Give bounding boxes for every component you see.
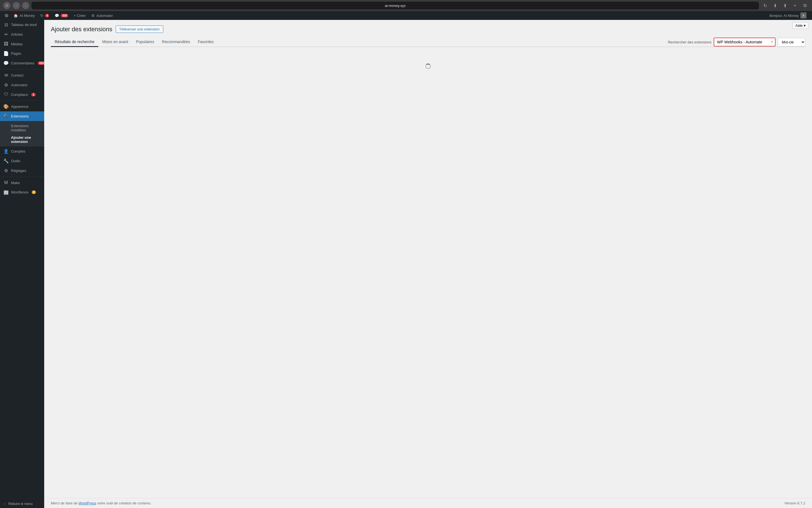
outils-icon: 🔧 — [3, 158, 9, 164]
wp-page: Aide ▾ Ajouter des extensions Téléverser… — [44, 20, 812, 508]
commentaires-icon: 💬 — [3, 60, 9, 66]
wp-footer: Merci de faire de WordPress votre outil … — [44, 498, 812, 508]
tab-results[interactable]: Résultats de recherche — [51, 37, 98, 47]
tab-recommended[interactable]: Recommandées — [158, 37, 194, 47]
sidebar-item-wordfence[interactable]: 🏢 Wordfence 2 — [0, 187, 44, 197]
pages-icon: 📄 — [3, 51, 9, 56]
wp-content-area: Ajouter des extensions Téléverser une ex… — [44, 20, 812, 498]
dashboard-icon: ⊟ — [3, 22, 9, 27]
footer-text: Merci de faire de WordPress votre outil … — [51, 501, 151, 505]
share-btn[interactable]: ⬆ — [781, 2, 789, 9]
sidebar-item-outils[interactable]: 🔧 Outils — [0, 156, 44, 166]
reglages-icon: ⚙ — [3, 168, 9, 173]
sidebar-collapse-btn[interactable]: ← Réduire le menu — [0, 500, 44, 508]
sidebar-item-commentaires[interactable]: 💬 Commentaires 434 — [0, 58, 44, 68]
extensions-submenu: Extensions installées Ajouter une extens… — [0, 121, 44, 146]
complianz-icon: 🛡 — [3, 92, 9, 97]
adminbar-updates[interactable]: ↻ 4 — [38, 11, 52, 20]
browser-chrome: ⊞ ‹ › ↻ ⬇ ⬆ + ⧉ — [0, 0, 812, 11]
sidebar-submenu-installed[interactable]: Extensions installées — [0, 122, 44, 134]
help-chevron-icon: ▾ — [804, 24, 806, 28]
sidebar-menu: ⊟ Tableau de bord ✏ Articles 🖼 Médias 📄 … — [0, 20, 44, 197]
download-btn[interactable]: ⬇ — [771, 2, 779, 9]
house-icon: 🏠 — [13, 13, 18, 18]
complianz-badge: 2 — [31, 93, 36, 96]
search-area: Rechercher des extensions × Mot-clé Aute… — [668, 38, 805, 46]
search-clear-btn[interactable]: × — [771, 40, 773, 44]
make-icon: M — [3, 180, 9, 185]
tabs-btn[interactable]: ⧉ — [801, 2, 809, 9]
sidebar-item-automator[interactable]: ⚙ Automator — [0, 80, 44, 90]
extensions-icon: 🔌 — [3, 114, 9, 119]
automator-sidebar-icon: ⚙ — [3, 82, 9, 88]
updates-badge: 4 — [45, 14, 49, 17]
footer-version: Version 6.7.1 — [784, 501, 805, 505]
footer-wordpress-link[interactable]: WordPress — [79, 501, 96, 505]
medias-icon: 🖼 — [3, 41, 9, 46]
tab-featured[interactable]: Mises en avant — [98, 37, 132, 47]
sidebar-item-reglages[interactable]: ⚙ Réglages — [0, 166, 44, 175]
wp-logo-icon: ⊛ — [4, 12, 9, 18]
loading-spinner — [425, 64, 431, 69]
comments-icon: 💬 — [55, 13, 59, 18]
page-header: Ajouter des extensions Téléverser une ex… — [51, 26, 805, 33]
wp-adminbar: ⊛ 🏠 AI Money ↻ 4 💬 434 + Créer ⚙ Automat… — [0, 11, 812, 20]
reload-btn[interactable]: ↻ — [761, 2, 769, 9]
collapse-icon: ← — [3, 502, 7, 506]
adminbar-new[interactable]: + Créer — [71, 11, 89, 20]
tab-favorites[interactable]: Favorites — [194, 37, 218, 47]
sidebar-item-medias[interactable]: 🖼 Médias — [0, 39, 44, 49]
sidebar-item-make[interactable]: M Make — [0, 178, 44, 187]
address-bar[interactable] — [32, 2, 759, 9]
sidebar-item-pages[interactable]: 📄 Pages — [0, 49, 44, 58]
contact-icon: ✉ — [3, 73, 9, 78]
help-button[interactable]: Aide ▾ — [793, 22, 809, 29]
wp-wrapper: ⊟ Tableau de bord ✏ Articles 🖼 Médias 📄 … — [0, 20, 812, 508]
sidebar-toggle-btn[interactable]: ⊞ — [3, 2, 10, 9]
page-title: Ajouter des extensions — [51, 26, 112, 33]
wordfence-badge: 2 — [32, 190, 36, 194]
commentaires-badge: 434 — [38, 61, 44, 65]
adminbar-comments[interactable]: 💬 434 — [52, 11, 71, 20]
search-input-wrapper: × — [714, 38, 775, 46]
loading-area — [51, 52, 805, 69]
wp-sidebar: ⊟ Tableau de bord ✏ Articles 🖼 Médias 📄 … — [0, 20, 44, 508]
sidebar-item-extensions[interactable]: 🔌 Extensions — [0, 112, 44, 121]
adminbar-wp-logo[interactable]: ⊛ — [2, 11, 11, 20]
comments-badge: 434 — [61, 14, 68, 17]
sidebar-item-complianz[interactable]: 🛡 Complianz 2 — [0, 90, 44, 99]
adminbar-avatar: A — [800, 12, 807, 18]
sidebar-item-apparence[interactable]: 🎨 Apparence — [0, 102, 44, 112]
tabs-container: Résultats de recherche Mises en avant Po… — [51, 37, 805, 47]
tab-popular[interactable]: Populaires — [132, 37, 158, 47]
wordfence-icon: 🏢 — [3, 189, 9, 195]
sidebar-item-articles[interactable]: ✏ Articles — [0, 30, 44, 39]
search-type-select[interactable]: Mot-clé Auteur Tag — [778, 38, 805, 46]
forward-btn[interactable]: › — [22, 2, 29, 9]
updates-icon: ↻ — [40, 13, 43, 18]
upload-extension-button[interactable]: Téléverser une extension — [116, 26, 163, 33]
sidebar-submenu-add[interactable]: Ajouter une extension — [0, 134, 44, 145]
automator-icon: ⚙ — [91, 13, 95, 18]
apparence-icon: 🎨 — [3, 104, 9, 109]
back-btn[interactable]: ‹ — [13, 2, 20, 9]
comptes-icon: 👤 — [3, 149, 9, 154]
sidebar-item-contact[interactable]: ✉ Contact — [0, 71, 44, 80]
search-label: Rechercher des extensions — [668, 40, 712, 44]
sidebar-item-comptes[interactable]: 👤 Comptes — [0, 146, 44, 156]
search-input[interactable] — [714, 38, 775, 46]
sidebar-item-dashboard[interactable]: ⊟ Tableau de bord — [0, 20, 44, 30]
new-tab-btn[interactable]: + — [791, 2, 799, 9]
adminbar-site-name[interactable]: 🏠 AI Money — [11, 11, 38, 20]
adminbar-automator[interactable]: ⚙ Automator — [89, 11, 116, 20]
articles-icon: ✏ — [3, 32, 9, 37]
adminbar-greeting[interactable]: Bonjour, AI Money A — [766, 12, 810, 18]
